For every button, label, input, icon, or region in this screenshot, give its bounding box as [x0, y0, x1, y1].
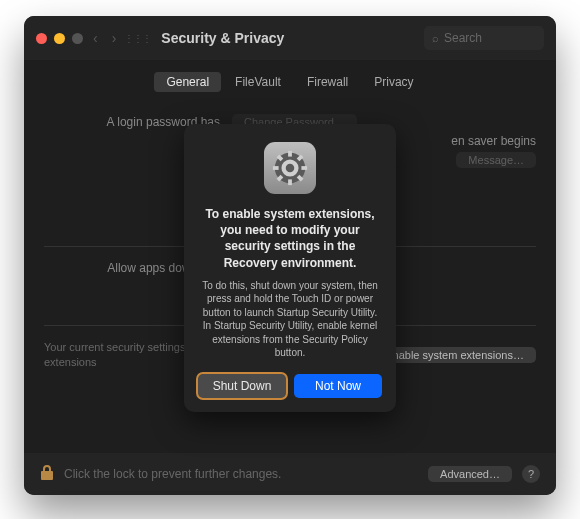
- minimize-window-button[interactable]: [54, 33, 65, 44]
- show-all-icon[interactable]: ⋮⋮⋮: [124, 33, 151, 44]
- tab-firewall[interactable]: Firewall: [295, 72, 360, 92]
- search-field[interactable]: ⌕ Search: [424, 26, 544, 50]
- enable-system-extensions-button[interactable]: Enable system extensions…: [373, 347, 536, 363]
- svg-rect-4: [273, 166, 279, 170]
- forward-button[interactable]: ›: [112, 30, 117, 46]
- dialog-body: To do this, shut down your system, then …: [198, 279, 382, 360]
- titlebar: ‹ › ⋮⋮⋮ Security & Privacy ⌕ Search: [24, 16, 556, 60]
- window-title: Security & Privacy: [161, 30, 424, 46]
- set-lock-message-button[interactable]: Message…: [456, 152, 536, 168]
- lock-icon[interactable]: [40, 464, 54, 485]
- tab-privacy[interactable]: Privacy: [362, 72, 425, 92]
- footer: Click the lock to prevent further change…: [24, 453, 556, 495]
- system-preferences-icon: [264, 142, 316, 194]
- help-button[interactable]: ?: [522, 465, 540, 483]
- search-placeholder: Search: [444, 31, 482, 45]
- system-extensions-dialog: To enable system extensions, you need to…: [184, 124, 396, 412]
- shut-down-button[interactable]: Shut Down: [198, 374, 286, 398]
- tab-filevault[interactable]: FileVault: [223, 72, 293, 92]
- svg-rect-5: [301, 166, 307, 170]
- dialog-heading: To enable system extensions, you need to…: [198, 206, 382, 271]
- svg-rect-2: [288, 151, 292, 157]
- lock-text: Click the lock to prevent further change…: [64, 467, 418, 481]
- not-now-button[interactable]: Not Now: [294, 374, 382, 398]
- dialog-buttons: Shut Down Not Now: [198, 374, 382, 398]
- svg-rect-3: [288, 179, 292, 185]
- close-window-button[interactable]: [36, 33, 47, 44]
- nav-arrows: ‹ ›: [93, 30, 116, 46]
- search-icon: ⌕: [432, 32, 439, 44]
- svg-point-10: [286, 164, 295, 173]
- tab-bar: General FileVault Firewall Privacy: [24, 72, 556, 92]
- prefs-window: ‹ › ⋮⋮⋮ Security & Privacy ⌕ Search Gene…: [24, 16, 556, 495]
- zoom-window-button[interactable]: [72, 33, 83, 44]
- advanced-button[interactable]: Advanced…: [428, 466, 512, 482]
- require-password-tail: en saver begins: [451, 134, 536, 148]
- traffic-lights: [36, 33, 83, 44]
- tab-general[interactable]: General: [154, 72, 221, 92]
- back-button[interactable]: ‹: [93, 30, 98, 46]
